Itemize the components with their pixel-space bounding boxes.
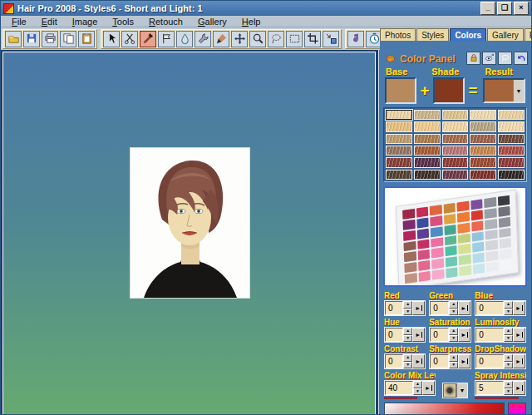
hair-swatch[interactable] (386, 170, 412, 180)
tab-photos[interactable]: Photos (380, 28, 416, 41)
hair-swatch[interactable] (498, 121, 525, 131)
tab-colors[interactable]: Colors (450, 28, 486, 41)
hair-swatch[interactable] (498, 157, 525, 167)
save-button[interactable] (23, 31, 40, 47)
hair-swatch[interactable] (442, 157, 469, 167)
red-value[interactable]: 0 (385, 301, 403, 315)
select-button[interactable] (103, 31, 120, 47)
tab-preview[interactable]: Preview (525, 28, 532, 41)
menu-item-retouch[interactable]: Retouch (141, 17, 190, 27)
hair-swatch[interactable] (470, 121, 496, 131)
menu-item-image[interactable]: Image (65, 17, 106, 27)
dropshadow-spinner[interactable]: ▲▼ (504, 354, 513, 368)
result-color-dropdown[interactable]: ▼ (483, 78, 525, 103)
hair-swatch[interactable] (414, 170, 441, 180)
luminosity-reset-button[interactable]: ► (513, 328, 525, 342)
luminosity-spinner[interactable]: ▲▼ (504, 328, 513, 342)
hair-swatch[interactable] (442, 170, 469, 180)
resize-button[interactable] (323, 31, 339, 47)
hair-swatch[interactable] (442, 146, 469, 156)
hair-swatch[interactable] (442, 110, 469, 120)
editing-canvas[interactable] (3, 52, 375, 415)
saturation-reset-button[interactable]: ► (458, 328, 470, 342)
hair-swatch[interactable] (498, 134, 525, 144)
hair-swatch[interactable] (386, 146, 412, 156)
chevron-down-icon[interactable]: ▼ (456, 383, 467, 398)
rect-select-button[interactable] (286, 31, 303, 47)
makeup-palette-photo[interactable] (383, 186, 527, 287)
hue-value[interactable]: 0 (385, 328, 403, 342)
paste-button[interactable] (78, 31, 95, 47)
green-value[interactable]: 0 (430, 301, 449, 315)
green-spinner[interactable]: ▲▼ (449, 301, 458, 315)
hair-swatch[interactable] (442, 134, 469, 144)
sharpness-reset-button[interactable]: ► (458, 354, 470, 368)
spray-shape-dropdown[interactable]: ▼ (442, 383, 468, 398)
contrast-value[interactable]: 0 (385, 354, 403, 368)
effects-button[interactable] (347, 31, 364, 47)
menu-item-help[interactable]: Help (234, 17, 268, 27)
portrait-photo[interactable] (131, 148, 249, 298)
eyedropper-button[interactable] (140, 31, 156, 47)
red-spinner[interactable]: ▲▼ (403, 301, 412, 315)
hair-swatch[interactable] (386, 157, 412, 167)
blue-value[interactable]: 0 (475, 301, 504, 315)
spray-intensity-value[interactable]: 5 (475, 381, 504, 395)
minimize-button[interactable]: _ (480, 2, 495, 15)
saturation-value-picker[interactable] (384, 403, 505, 415)
sharpness-value[interactable]: 0 (430, 354, 449, 368)
lock-button[interactable] (466, 52, 480, 65)
crop-button[interactable] (304, 31, 321, 47)
undo-button[interactable] (514, 52, 528, 65)
menu-item-gallery[interactable]: Gallery (190, 17, 234, 27)
pan-button[interactable] (231, 31, 248, 47)
maximize-button[interactable]: ❑ (497, 2, 512, 15)
hair-swatch[interactable] (386, 110, 412, 120)
blue-spinner[interactable]: ▲▼ (504, 301, 513, 315)
wrench-button[interactable] (195, 31, 211, 47)
color-mix-level-spinner[interactable]: ▲▼ (413, 381, 422, 395)
lasso-select-button[interactable] (498, 52, 512, 65)
cut-button[interactable] (121, 31, 138, 47)
hair-swatch[interactable] (470, 146, 496, 156)
fill-button[interactable] (158, 31, 175, 47)
hue-spinner[interactable]: ▲▼ (403, 328, 412, 342)
hair-swatch[interactable] (498, 110, 525, 120)
color-mix-level-reset-button[interactable]: ► (422, 381, 435, 395)
close-button[interactable]: × (514, 2, 529, 15)
red-reset-button[interactable]: ► (412, 301, 425, 315)
hair-swatch[interactable] (498, 170, 525, 180)
hair-swatch[interactable] (470, 170, 496, 180)
saturation-spinner[interactable]: ▲▼ (449, 328, 458, 342)
hue-bar[interactable] (508, 403, 526, 415)
picker-button[interactable] (482, 52, 496, 65)
shade-color-swatch[interactable] (433, 77, 465, 104)
saturation-value[interactable]: 0 (430, 328, 449, 342)
droplet-button[interactable] (176, 31, 193, 47)
hair-swatch[interactable] (386, 121, 412, 131)
hair-swatch[interactable] (470, 134, 496, 144)
hair-swatch[interactable] (414, 110, 441, 120)
luminosity-value[interactable]: 0 (475, 328, 504, 342)
spray-intensity-reset-button[interactable]: ► (513, 381, 525, 395)
menu-item-edit[interactable]: Edit (34, 17, 65, 27)
hair-swatch[interactable] (498, 146, 525, 156)
hair-swatch[interactable] (414, 157, 441, 167)
base-color-swatch[interactable] (385, 77, 416, 104)
tab-gallery[interactable]: Gallery (487, 28, 524, 41)
hair-swatch[interactable] (470, 157, 496, 167)
color-mix-level-value[interactable]: 40 (385, 381, 413, 395)
print-button[interactable] (42, 31, 58, 47)
hair-swatch[interactable] (442, 121, 469, 131)
dropshadow-value[interactable]: 0 (475, 354, 504, 368)
hair-swatch[interactable] (414, 121, 441, 131)
contrast-spinner[interactable]: ▲▼ (403, 354, 412, 368)
lasso-button[interactable] (268, 31, 284, 47)
contrast-reset-button[interactable]: ► (412, 354, 425, 368)
hair-swatch[interactable] (386, 134, 412, 144)
brush-button[interactable] (213, 31, 229, 47)
open-button[interactable] (5, 31, 22, 47)
blue-reset-button[interactable]: ► (513, 301, 525, 315)
hair-swatch[interactable] (414, 146, 441, 156)
hue-reset-button[interactable]: ► (412, 328, 425, 342)
